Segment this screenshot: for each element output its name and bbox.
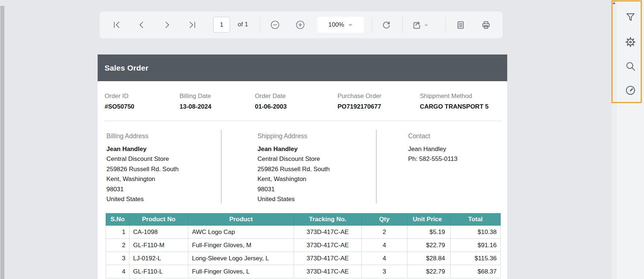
col-header-tracking: Tracking No. [294,214,362,226]
performance-button[interactable] [623,83,638,98]
zoom-in-button[interactable] [294,19,306,31]
shipping-line: Central Discount Store [257,154,330,164]
cell-product: Full-Finger Gloves, M [188,239,294,252]
print-icon [481,20,491,30]
contact-block: Contact Jean Handley Ph: 582-555-0113 [408,132,457,164]
table-row: 1 CA-1098 AWC Logo Cap 373D-417C-AE 2 $5… [106,226,501,239]
parameters-filter-button[interactable] [623,10,638,24]
billing-address-label: Billing Address [106,132,179,140]
field-value: PO7192170677 [338,103,381,110]
contact-line: Jean Handley [408,144,457,154]
cell-sno: 3 [106,252,129,265]
report-title-bar: Sales Order [98,54,507,81]
cell-product: Long-Sleeve Logo Jersey, L [188,252,294,265]
cell-qty: 4 [362,252,407,265]
first-page-button[interactable] [110,19,123,31]
col-header-unit-price: Unit Price [407,214,451,226]
field-label: Order ID [105,92,134,100]
field-shipment-method: Shippment Method CARGO TRANSPORT 5 [420,92,489,110]
field-label: Order Date [255,92,287,100]
billing-line: United States [106,194,179,204]
cell-qty: 3 [362,265,407,278]
billing-line: Central Discount Store [106,154,179,164]
cell-product-no: CA-1098 [129,226,188,239]
col-header-product-no: Product No [129,214,188,226]
report-toolbar: of 1 100% [99,11,503,38]
address-divider [221,130,222,203]
cell-product: AWC Logo Cap [188,226,294,239]
chevron-down-icon [424,23,429,27]
billing-line: 259826 Russell Rd. South [106,164,179,174]
cell-product-no: GL-F110-M [129,239,188,252]
zoom-in-icon [295,20,305,30]
scrollbar-thumb[interactable] [0,6,4,279]
previous-page-button[interactable] [135,19,148,31]
scrollbar-up-arrow[interactable] [611,0,616,5]
cell-qty: 2 [362,226,407,239]
order-items-table: S.No Product No Product Tracking No. Qty… [106,213,501,278]
next-page-icon [162,20,172,30]
cell-total: $10.38 [451,226,501,239]
cell-unit-price: $28.84 [407,252,451,265]
field-billing-date: Billing Date 13-08-2024 [180,92,211,110]
previous-page-icon [137,20,146,30]
cell-tracking: 373D-417C-AE [294,239,362,252]
page-count-label: of 1 [238,21,248,28]
zoom-level-dropdown[interactable]: 100% [317,17,364,33]
filter-icon [625,12,636,23]
table-header-row: S.No Product No Product Tracking No. Qty… [106,214,501,226]
address-divider [376,130,377,203]
shipping-name: Jean Handley [257,144,330,154]
cell-product-no: LJ-0192-L [129,252,188,265]
table-row: 2 GL-F110-M Full-Finger Gloves, M 373D-4… [106,239,501,252]
cell-tracking: 373D-417C-AE [294,226,362,239]
print-layout-button[interactable] [454,19,467,31]
print-button[interactable] [480,19,492,31]
contact-label: Contact [408,132,457,140]
cell-tracking: 373D-417C-AE [294,265,362,278]
field-value: 13-08-2024 [180,103,211,110]
billing-line: Kent, Washington [106,174,179,184]
table-row: 3 LJ-0192-L Long-Sleeve Logo Jersey, L 3… [106,252,501,265]
section-divider [105,121,501,121]
shipping-address-label: Shipping Address [257,132,330,140]
toolbar-divider [372,17,372,33]
export-icon [412,20,422,30]
gauge-icon [625,85,636,96]
next-page-button[interactable] [161,19,173,31]
zoom-level-value: 100% [328,21,344,29]
field-label: Billing Date [180,92,211,100]
vertical-scrollbar[interactable] [611,0,616,279]
cell-qty: 4 [362,239,407,252]
col-header-product: Product [188,214,294,226]
last-page-button[interactable] [186,19,199,31]
settings-button[interactable] [623,35,638,49]
zoom-out-button[interactable] [269,19,281,31]
cell-unit-price: $22.79 [407,239,451,252]
first-page-icon [112,20,121,30]
last-page-icon [188,20,197,30]
cell-sno: 2 [106,239,129,252]
search-icon [625,61,636,72]
shipping-line: United States [257,194,330,204]
print-layout-icon [456,20,466,30]
page-number-input[interactable] [213,17,230,33]
cell-tracking: 373D-417C-AE [294,252,362,265]
shipping-line: Kent, Washington [257,174,330,184]
chevron-down-icon [348,22,353,27]
search-button[interactable] [623,59,638,73]
field-order-date: Order Date 01-06-2003 [255,92,287,110]
field-label: Purchase Order [338,92,381,100]
contact-line: Ph: 582-555-0113 [408,154,457,164]
field-order-id: Order ID #SO50750 [105,92,134,110]
gear-icon [625,36,636,48]
toolbar-divider [402,17,403,33]
billing-name: Jean Handley [106,144,179,154]
field-purchase-order: Purchase Order PO7192170677 [338,92,381,110]
export-button[interactable] [410,19,431,31]
refresh-icon [381,20,391,30]
cell-sno: 4 [106,265,129,278]
cell-total: $91.16 [451,239,501,252]
refresh-button[interactable] [380,19,392,31]
cell-unit-price: $5.19 [407,226,451,239]
